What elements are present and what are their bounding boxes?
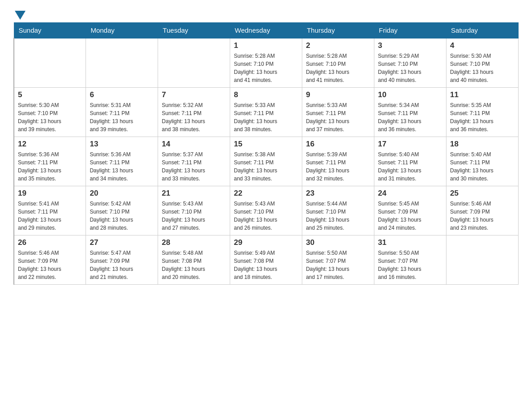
- day-info: Sunrise: 5:41 AM Sunset: 7:11 PM Dayligh…: [18, 200, 82, 232]
- day-info: Sunrise: 5:46 AM Sunset: 7:09 PM Dayligh…: [450, 200, 515, 232]
- calendar-table: Sunday Monday Tuesday Wednesday Thursday…: [13, 22, 519, 285]
- day-info: Sunrise: 5:43 AM Sunset: 7:10 PM Dayligh…: [162, 200, 226, 232]
- table-row: [14, 38, 86, 87]
- table-row: 13Sunrise: 5:36 AM Sunset: 7:11 PM Dayli…: [86, 137, 158, 186]
- calendar-week-row: 12Sunrise: 5:36 AM Sunset: 7:11 PM Dayli…: [14, 137, 519, 186]
- day-info: Sunrise: 5:30 AM Sunset: 7:10 PM Dayligh…: [18, 101, 82, 133]
- col-monday: Monday: [86, 23, 158, 39]
- day-number: 18: [450, 140, 515, 149]
- calendar-week-row: 19Sunrise: 5:41 AM Sunset: 7:11 PM Dayli…: [14, 186, 519, 235]
- day-number: 24: [378, 189, 442, 198]
- day-number: 14: [162, 140, 226, 149]
- day-info: Sunrise: 5:50 AM Sunset: 7:07 PM Dayligh…: [378, 249, 442, 281]
- day-number: 22: [234, 189, 298, 198]
- day-number: 6: [90, 90, 154, 99]
- calendar-week-row: 1Sunrise: 5:28 AM Sunset: 7:10 PM Daylig…: [14, 38, 519, 87]
- day-number: 10: [378, 90, 442, 99]
- day-info: Sunrise: 5:38 AM Sunset: 7:11 PM Dayligh…: [234, 150, 298, 183]
- day-info: Sunrise: 5:42 AM Sunset: 7:10 PM Dayligh…: [90, 200, 154, 232]
- day-info: Sunrise: 5:40 AM Sunset: 7:11 PM Dayligh…: [378, 150, 442, 183]
- col-wednesday: Wednesday: [230, 23, 302, 39]
- col-thursday: Thursday: [302, 23, 374, 39]
- day-info: Sunrise: 5:30 AM Sunset: 7:10 PM Dayligh…: [450, 52, 515, 84]
- page-header: [13, 9, 519, 18]
- day-info: Sunrise: 5:36 AM Sunset: 7:11 PM Dayligh…: [90, 150, 154, 183]
- day-info: Sunrise: 5:29 AM Sunset: 7:10 PM Dayligh…: [378, 52, 442, 84]
- table-row: [86, 38, 158, 87]
- day-info: Sunrise: 5:36 AM Sunset: 7:11 PM Dayligh…: [18, 150, 82, 183]
- table-row: 8Sunrise: 5:33 AM Sunset: 7:11 PM Daylig…: [230, 87, 302, 137]
- day-number: 2: [306, 41, 370, 50]
- table-row: 6Sunrise: 5:31 AM Sunset: 7:11 PM Daylig…: [86, 87, 158, 137]
- logo: [13, 9, 26, 18]
- day-info: Sunrise: 5:49 AM Sunset: 7:08 PM Dayligh…: [234, 249, 298, 281]
- day-number: 31: [378, 238, 442, 247]
- day-number: 23: [306, 189, 370, 198]
- table-row: 30Sunrise: 5:50 AM Sunset: 7:07 PM Dayli…: [302, 235, 374, 284]
- day-info: Sunrise: 5:39 AM Sunset: 7:11 PM Dayligh…: [306, 150, 370, 183]
- table-row: 4Sunrise: 5:30 AM Sunset: 7:10 PM Daylig…: [446, 38, 519, 87]
- col-tuesday: Tuesday: [158, 23, 230, 39]
- table-row: 25Sunrise: 5:46 AM Sunset: 7:09 PM Dayli…: [446, 186, 519, 235]
- day-info: Sunrise: 5:34 AM Sunset: 7:11 PM Dayligh…: [378, 101, 442, 133]
- table-row: 14Sunrise: 5:37 AM Sunset: 7:11 PM Dayli…: [158, 137, 230, 186]
- table-row: 19Sunrise: 5:41 AM Sunset: 7:11 PM Dayli…: [14, 186, 86, 235]
- day-number: 8: [234, 90, 298, 99]
- day-number: 29: [234, 238, 298, 247]
- day-info: Sunrise: 5:37 AM Sunset: 7:11 PM Dayligh…: [162, 150, 226, 183]
- day-number: 1: [234, 41, 298, 50]
- table-row: 3Sunrise: 5:29 AM Sunset: 7:10 PM Daylig…: [374, 38, 446, 87]
- table-row: 5Sunrise: 5:30 AM Sunset: 7:10 PM Daylig…: [14, 87, 86, 137]
- table-row: 1Sunrise: 5:28 AM Sunset: 7:10 PM Daylig…: [230, 38, 302, 87]
- table-row: 27Sunrise: 5:47 AM Sunset: 7:09 PM Dayli…: [86, 235, 158, 284]
- day-number: 4: [450, 41, 515, 50]
- day-info: Sunrise: 5:45 AM Sunset: 7:09 PM Dayligh…: [378, 200, 442, 232]
- day-info: Sunrise: 5:43 AM Sunset: 7:10 PM Dayligh…: [234, 200, 298, 232]
- day-number: 9: [306, 90, 370, 99]
- day-info: Sunrise: 5:33 AM Sunset: 7:11 PM Dayligh…: [306, 101, 370, 133]
- calendar-week-row: 26Sunrise: 5:46 AM Sunset: 7:09 PM Dayli…: [14, 235, 519, 284]
- table-row: 11Sunrise: 5:35 AM Sunset: 7:11 PM Dayli…: [446, 87, 519, 137]
- table-row: [158, 38, 230, 87]
- day-info: Sunrise: 5:28 AM Sunset: 7:10 PM Dayligh…: [234, 52, 298, 84]
- day-number: 17: [378, 140, 442, 149]
- table-row: 31Sunrise: 5:50 AM Sunset: 7:07 PM Dayli…: [374, 235, 446, 284]
- col-sunday: Sunday: [14, 23, 86, 39]
- table-row: 9Sunrise: 5:33 AM Sunset: 7:11 PM Daylig…: [302, 87, 374, 137]
- table-row: 26Sunrise: 5:46 AM Sunset: 7:09 PM Dayli…: [14, 235, 86, 284]
- table-row: 22Sunrise: 5:43 AM Sunset: 7:10 PM Dayli…: [230, 186, 302, 235]
- table-row: 2Sunrise: 5:28 AM Sunset: 7:10 PM Daylig…: [302, 38, 374, 87]
- day-info: Sunrise: 5:47 AM Sunset: 7:09 PM Dayligh…: [90, 249, 154, 281]
- table-row: 21Sunrise: 5:43 AM Sunset: 7:10 PM Dayli…: [158, 186, 230, 235]
- day-info: Sunrise: 5:44 AM Sunset: 7:10 PM Dayligh…: [306, 200, 370, 232]
- col-friday: Friday: [374, 23, 446, 39]
- calendar-week-row: 5Sunrise: 5:30 AM Sunset: 7:10 PM Daylig…: [14, 87, 519, 137]
- table-row: 17Sunrise: 5:40 AM Sunset: 7:11 PM Dayli…: [374, 137, 446, 186]
- col-saturday: Saturday: [446, 23, 519, 39]
- day-number: 13: [90, 140, 154, 149]
- day-info: Sunrise: 5:48 AM Sunset: 7:08 PM Dayligh…: [162, 249, 226, 281]
- day-number: 26: [18, 238, 82, 247]
- day-number: 11: [450, 90, 515, 99]
- table-row: [446, 235, 519, 284]
- logo-triangle-icon: [15, 11, 26, 20]
- day-number: 15: [234, 140, 298, 149]
- table-row: 23Sunrise: 5:44 AM Sunset: 7:10 PM Dayli…: [302, 186, 374, 235]
- day-number: 3: [378, 41, 442, 50]
- day-number: 7: [162, 90, 226, 99]
- day-number: 20: [90, 189, 154, 198]
- day-info: Sunrise: 5:33 AM Sunset: 7:11 PM Dayligh…: [234, 101, 298, 133]
- day-number: 5: [18, 90, 82, 99]
- table-row: 16Sunrise: 5:39 AM Sunset: 7:11 PM Dayli…: [302, 137, 374, 186]
- table-row: 20Sunrise: 5:42 AM Sunset: 7:10 PM Dayli…: [86, 186, 158, 235]
- table-row: 10Sunrise: 5:34 AM Sunset: 7:11 PM Dayli…: [374, 87, 446, 137]
- table-row: 15Sunrise: 5:38 AM Sunset: 7:11 PM Dayli…: [230, 137, 302, 186]
- table-row: 24Sunrise: 5:45 AM Sunset: 7:09 PM Dayli…: [374, 186, 446, 235]
- day-number: 30: [306, 238, 370, 247]
- day-number: 12: [18, 140, 82, 149]
- table-row: 12Sunrise: 5:36 AM Sunset: 7:11 PM Dayli…: [14, 137, 86, 186]
- day-info: Sunrise: 5:31 AM Sunset: 7:11 PM Dayligh…: [90, 101, 154, 133]
- day-number: 16: [306, 140, 370, 149]
- day-info: Sunrise: 5:35 AM Sunset: 7:11 PM Dayligh…: [450, 101, 515, 133]
- day-info: Sunrise: 5:40 AM Sunset: 7:11 PM Dayligh…: [450, 150, 515, 183]
